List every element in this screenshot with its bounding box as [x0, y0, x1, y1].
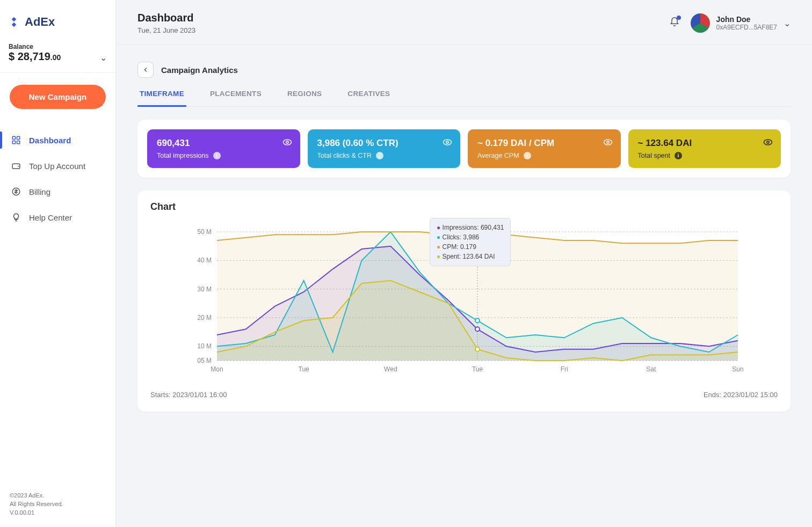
svg-text:Fri: Fri	[561, 365, 568, 373]
sidebar-item-billing[interactable]: Billing	[0, 179, 115, 204]
stat-yellow[interactable]: ~ 123.64 DAITotal spent i	[628, 129, 781, 168]
back-button[interactable]	[137, 62, 154, 78]
grid-icon	[11, 135, 21, 145]
svg-text:Sun: Sun	[732, 365, 743, 373]
sidebar-item-top-up-account[interactable]: Top Up Account	[0, 153, 115, 179]
svg-point-39	[475, 347, 480, 352]
stat-purple[interactable]: 690,431Total impressions i	[147, 129, 300, 168]
notification-dot	[677, 16, 681, 20]
breadcrumb: Campaign Analytics	[137, 62, 791, 78]
svg-text:50 M: 50 M	[197, 228, 212, 236]
tab-creatives[interactable]: CREATIVES	[345, 90, 392, 106]
tab-regions[interactable]: REGIONS	[285, 90, 324, 106]
eye-icon	[442, 137, 453, 150]
sidebar-item-dashboard[interactable]: Dashboard	[0, 127, 115, 153]
sidebar-item-label: Help Center	[29, 213, 72, 222]
wallet-icon	[11, 160, 21, 171]
balance-label: Balance	[9, 43, 61, 50]
svg-point-36	[475, 327, 480, 331]
stat-label: Total spent i	[638, 152, 772, 159]
sidebar-footer: ©2023 AdEx. All Rights Reserved. V.0.00.…	[0, 482, 115, 527]
svg-point-11	[446, 141, 448, 143]
chart-end-label: Ends: 2023/01/02 15:00	[704, 391, 778, 399]
tab-placements[interactable]: PLACEMENTS	[208, 90, 264, 106]
balance-value: $ 28,719.00	[9, 50, 61, 63]
stats-card: 690,431Total impressions i3,986 (0.60 % …	[137, 120, 791, 178]
brand-logo: AdEx	[0, 0, 115, 40]
svg-text:Mon: Mon	[211, 365, 223, 373]
dollar-icon	[11, 186, 21, 197]
svg-point-14	[764, 140, 772, 145]
stat-label: Average CPM i	[477, 152, 611, 159]
svg-text:Sat: Sat	[646, 365, 656, 373]
brand-name: AdEx	[25, 15, 55, 29]
user-name: John Doe	[716, 15, 777, 24]
stat-value: ~ 123.64 DAI	[638, 138, 772, 149]
user-address: 0xA9ECFD...5AF8E7	[716, 24, 777, 31]
main: Dashboard Tue, 21 June 2023 John Doe 0xA…	[116, 0, 812, 527]
tabs: TIMEFRAMEPLACEMENTSREGIONSCREATIVES	[137, 90, 791, 107]
chart-start-label: Starts: 2023/01/01 16:00	[150, 391, 227, 399]
sidebar-item-help-center[interactable]: Help Center	[0, 204, 115, 230]
tab-timeframe[interactable]: TIMEFRAME	[137, 90, 186, 107]
eye-icon	[763, 137, 773, 150]
eye-icon	[603, 137, 613, 150]
chevron-down-icon: ⌄	[784, 18, 791, 28]
stat-value: 3,986 (0.60 % CTR)	[317, 138, 451, 149]
stat-label: Total clicks & CTR i	[317, 152, 451, 159]
stat-blue[interactable]: 3,986 (0.60 % CTR)Total clicks & CTR i	[308, 129, 461, 168]
svg-rect-3	[17, 136, 20, 139]
sidebar: AdEx Balance $ 28,719.00 ⌄ New Campaign …	[0, 0, 116, 527]
stat-value: 690,431	[157, 138, 291, 149]
svg-text:Wed: Wed	[384, 365, 397, 373]
svg-text:30 M: 30 M	[197, 286, 212, 293]
info-icon: i	[213, 152, 221, 159]
user-menu[interactable]: John Doe 0xA9ECFD...5AF8E7 ⌄	[691, 13, 791, 33]
svg-marker-0	[12, 17, 16, 21]
info-icon: i	[524, 152, 531, 159]
sidebar-item-label: Top Up Account	[29, 162, 85, 171]
eye-icon	[282, 137, 293, 150]
svg-point-13	[606, 141, 608, 143]
svg-rect-4	[12, 141, 15, 144]
info-icon: i	[376, 152, 383, 159]
svg-rect-5	[17, 141, 20, 144]
bulb-icon	[11, 212, 21, 223]
svg-text:05 M: 05 M	[197, 357, 212, 364]
topbar: Dashboard Tue, 21 June 2023 John Doe 0xA…	[116, 0, 812, 45]
chevron-left-icon	[142, 66, 149, 74]
sidebar-nav: DashboardTop Up AccountBillingHelp Cente…	[0, 127, 115, 230]
svg-point-15	[767, 141, 769, 143]
svg-text:20 M: 20 M	[197, 314, 212, 321]
info-icon: i	[675, 152, 682, 159]
page-date: Tue, 21 June 2023	[137, 26, 195, 34]
notifications-button[interactable]	[669, 17, 680, 30]
svg-point-8	[283, 140, 291, 145]
svg-text:40 M: 40 M	[197, 257, 212, 264]
chart-card: Chart Impressions: 690,431 Clicks: 3,986…	[137, 191, 791, 412]
svg-text:10 M: 10 M	[197, 342, 212, 350]
svg-point-12	[604, 140, 612, 145]
sidebar-item-label: Billing	[29, 187, 50, 196]
balance-block[interactable]: Balance $ 28,719.00 ⌄	[0, 40, 115, 73]
chevron-down-icon: ⌄	[100, 53, 107, 63]
chart-title: Chart	[150, 201, 778, 213]
svg-text:Tue: Tue	[472, 365, 483, 373]
avatar	[691, 13, 710, 33]
stat-orange[interactable]: ~ 0.179 DAI / CPMAverage CPM i	[468, 129, 621, 168]
svg-point-10	[444, 140, 452, 145]
svg-marker-1	[12, 23, 16, 27]
breadcrumb-label: Campaign Analytics	[161, 65, 238, 75]
new-campaign-button[interactable]: New Campaign	[10, 85, 106, 109]
svg-rect-2	[12, 136, 15, 139]
chart-tooltip: Impressions: 690,431 Clicks: 3,986 CPM: …	[430, 218, 511, 266]
stat-label: Total impressions i	[157, 152, 291, 159]
svg-text:Tue: Tue	[299, 365, 310, 373]
sidebar-item-label: Dashboard	[29, 136, 71, 145]
svg-point-9	[286, 141, 288, 143]
stat-value: ~ 0.179 DAI / CPM	[477, 138, 611, 149]
page-title: Dashboard	[137, 12, 195, 24]
adex-logo-icon	[9, 17, 19, 27]
svg-point-37	[475, 318, 480, 323]
